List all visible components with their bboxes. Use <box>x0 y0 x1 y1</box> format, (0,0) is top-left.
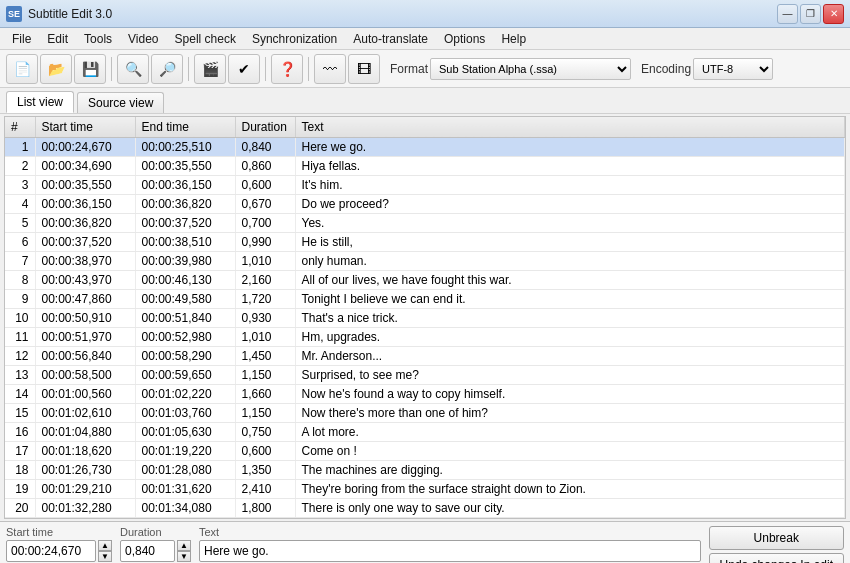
cell-start: 00:00:50,910 <box>35 309 135 328</box>
cell-num: 13 <box>5 366 35 385</box>
table-row[interactable]: 13 00:00:58,500 00:00:59,650 1,150 Surpr… <box>5 366 845 385</box>
table-row[interactable]: 3 00:00:35,550 00:00:36,150 0,600 It's h… <box>5 176 845 195</box>
menu-help[interactable]: Help <box>493 30 534 48</box>
tab-list-view[interactable]: List view <box>6 91 74 113</box>
cell-duration: 1,800 <box>235 499 295 518</box>
menu-spellcheck[interactable]: Spell check <box>167 30 244 48</box>
table-row[interactable]: 5 00:00:36,820 00:00:37,520 0,700 Yes. <box>5 214 845 233</box>
table-row[interactable]: 15 00:01:02,610 00:01:03,760 1,150 Now t… <box>5 404 845 423</box>
restore-button[interactable]: ❐ <box>800 4 821 24</box>
toolbar: 📄 📂 💾 🔍 🔎 🎬 ✔ ❓ 〰 🎞 Format Sub Station A… <box>0 50 850 88</box>
cell-end: 00:01:28,080 <box>135 461 235 480</box>
cell-end: 00:00:58,290 <box>135 347 235 366</box>
table-row[interactable]: 16 00:01:04,880 00:01:05,630 0,750 A lot… <box>5 423 845 442</box>
cell-num: 3 <box>5 176 35 195</box>
cell-text: Here we go. <box>295 138 845 157</box>
cell-num: 4 <box>5 195 35 214</box>
table-row[interactable]: 2 00:00:34,690 00:00:35,550 0,860 Hiya f… <box>5 157 845 176</box>
text-edit-input[interactable] <box>199 540 701 562</box>
cell-text: Now there's more than one of him? <box>295 404 845 423</box>
new-button[interactable]: 📄 <box>6 54 38 84</box>
separator-2 <box>188 57 189 81</box>
col-header-end: End time <box>135 117 235 138</box>
table-row[interactable]: 4 00:00:36,150 00:00:36,820 0,670 Do we … <box>5 195 845 214</box>
cell-duration: 0,860 <box>235 157 295 176</box>
table-row[interactable]: 7 00:00:38,970 00:00:39,980 1,010 only h… <box>5 252 845 271</box>
format-select[interactable]: Sub Station Alpha (.ssa) SubRip (.srt) M… <box>430 58 631 80</box>
open-button[interactable]: 📂 <box>40 54 72 84</box>
cell-num: 11 <box>5 328 35 347</box>
table-row[interactable]: 9 00:00:47,860 00:00:49,580 1,720 Tonigh… <box>5 290 845 309</box>
cell-duration: 1,010 <box>235 252 295 271</box>
format-label: Format <box>390 62 428 76</box>
cell-duration: 1,150 <box>235 366 295 385</box>
menu-video[interactable]: Video <box>120 30 166 48</box>
waveform-button[interactable]: 〰 <box>314 54 346 84</box>
cell-end: 00:00:39,980 <box>135 252 235 271</box>
check-button[interactable]: ✔ <box>228 54 260 84</box>
cell-start: 00:01:02,610 <box>35 404 135 423</box>
table-row[interactable]: 17 00:01:18,620 00:01:19,220 0,600 Come … <box>5 442 845 461</box>
cell-num: 10 <box>5 309 35 328</box>
cell-num: 18 <box>5 461 35 480</box>
video-button[interactable]: 🎬 <box>194 54 226 84</box>
cell-duration: 0,930 <box>235 309 295 328</box>
col-header-num: # <box>5 117 35 138</box>
close-button[interactable]: ✕ <box>823 4 844 24</box>
duration-down[interactable]: ▼ <box>177 551 191 562</box>
cell-text: Mr. Anderson... <box>295 347 845 366</box>
menu-options[interactable]: Options <box>436 30 493 48</box>
menu-tools[interactable]: Tools <box>76 30 120 48</box>
duration-up[interactable]: ▲ <box>177 540 191 551</box>
encoding-select[interactable]: UTF-8 UTF-16 ANSI <box>693 58 773 80</box>
tab-source-view[interactable]: Source view <box>77 92 164 113</box>
search-button[interactable]: 🔍 <box>117 54 149 84</box>
subtitle-table-container[interactable]: # Start time End time Duration Text 1 00… <box>4 116 846 519</box>
table-row[interactable]: 18 00:01:26,730 00:01:28,080 1,350 The m… <box>5 461 845 480</box>
cell-text: Now he's found a way to copy himself. <box>295 385 845 404</box>
cell-end: 00:00:35,550 <box>135 157 235 176</box>
cell-end: 00:01:34,080 <box>135 499 235 518</box>
table-row[interactable]: 19 00:01:29,210 00:01:31,620 2,410 They'… <box>5 480 845 499</box>
cell-end: 00:00:52,980 <box>135 328 235 347</box>
cell-duration: 1,150 <box>235 404 295 423</box>
undo-changes-button[interactable]: Undo changes In edit <box>709 553 844 563</box>
duration-group: Duration ▲ ▼ <box>120 526 191 562</box>
film-button[interactable]: 🎞 <box>348 54 380 84</box>
title-bar-left: SE Subtitle Edit 3.0 <box>6 6 112 22</box>
menu-synchronization[interactable]: Synchronization <box>244 30 345 48</box>
menu-autotranslate[interactable]: Auto-translate <box>345 30 436 48</box>
cell-duration: 1,350 <box>235 461 295 480</box>
help-button[interactable]: ❓ <box>271 54 303 84</box>
table-row[interactable]: 20 00:01:32,280 00:01:34,080 1,800 There… <box>5 499 845 518</box>
col-header-start: Start time <box>35 117 135 138</box>
cell-duration: 0,670 <box>235 195 295 214</box>
cell-duration: 1,720 <box>235 290 295 309</box>
title-buttons: — ❐ ✕ <box>777 4 844 24</box>
start-time-down[interactable]: ▼ <box>98 551 112 562</box>
view-tabs: List view Source view <box>0 88 850 114</box>
menu-file[interactable]: File <box>4 30 39 48</box>
cell-num: 9 <box>5 290 35 309</box>
app-title: Subtitle Edit 3.0 <box>28 7 112 21</box>
cell-text: Yes. <box>295 214 845 233</box>
start-time-up[interactable]: ▲ <box>98 540 112 551</box>
duration-input[interactable] <box>120 540 175 562</box>
save-button[interactable]: 💾 <box>74 54 106 84</box>
cell-num: 12 <box>5 347 35 366</box>
menu-edit[interactable]: Edit <box>39 30 76 48</box>
start-time-input[interactable] <box>6 540 96 562</box>
minimize-button[interactable]: — <box>777 4 798 24</box>
find-replace-button[interactable]: 🔎 <box>151 54 183 84</box>
table-row[interactable]: 12 00:00:56,840 00:00:58,290 1,450 Mr. A… <box>5 347 845 366</box>
table-row[interactable]: 11 00:00:51,970 00:00:52,980 1,010 Hm, u… <box>5 328 845 347</box>
table-row[interactable]: 10 00:00:50,910 00:00:51,840 0,930 That'… <box>5 309 845 328</box>
table-row[interactable]: 8 00:00:43,970 00:00:46,130 2,160 All of… <box>5 271 845 290</box>
table-row[interactable]: 1 00:00:24,670 00:00:25,510 0,840 Here w… <box>5 138 845 157</box>
unbreak-button[interactable]: Unbreak <box>709 526 844 550</box>
cell-num: 2 <box>5 157 35 176</box>
table-row[interactable]: 6 00:00:37,520 00:00:38,510 0,990 He is … <box>5 233 845 252</box>
table-row[interactable]: 14 00:01:00,560 00:01:02,220 1,660 Now h… <box>5 385 845 404</box>
cell-num: 19 <box>5 480 35 499</box>
text-edit-label: Text <box>199 526 701 538</box>
